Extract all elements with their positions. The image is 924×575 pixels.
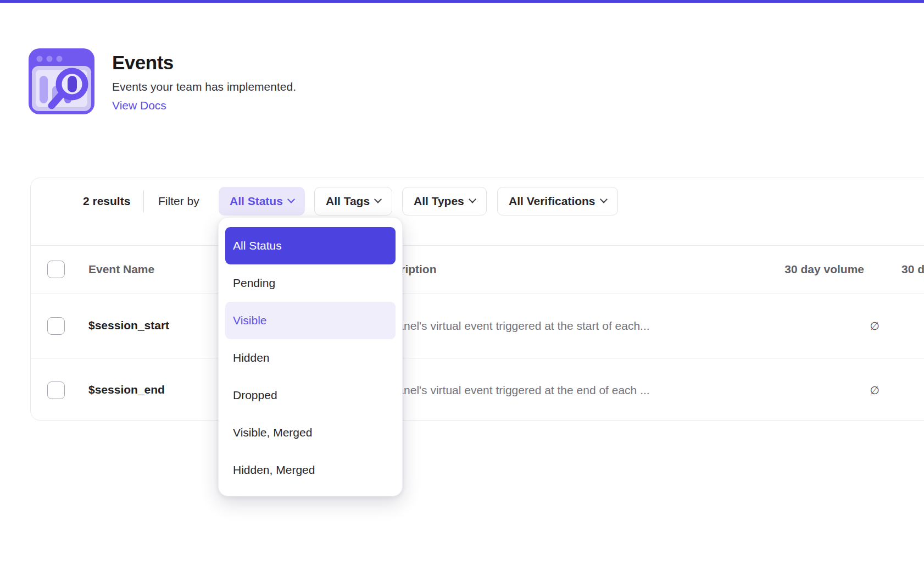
filter-all-tags[interactable]: All Tags bbox=[314, 187, 392, 215]
top-accent-bar bbox=[0, 0, 924, 3]
filter-by-label: Filter by bbox=[158, 192, 199, 210]
dropdown-option-dropped[interactable]: Dropped bbox=[225, 377, 396, 414]
page-title: Events bbox=[112, 52, 174, 74]
event-description-cell: Mixpanel's virtual event triggered at th… bbox=[373, 319, 650, 333]
row-divider bbox=[31, 358, 924, 358]
dropdown-option-hidden-merged[interactable]: Hidden, Merged bbox=[225, 451, 396, 489]
dropdown-option-visible[interactable]: Visible bbox=[225, 302, 396, 339]
filter-all-types[interactable]: All Types bbox=[402, 187, 487, 215]
filter-all-status[interactable]: All Status bbox=[219, 187, 305, 215]
view-docs-link[interactable]: View Docs bbox=[112, 99, 166, 112]
chevron-down-icon bbox=[469, 196, 476, 203]
dropdown-option-all-status[interactable]: All Status bbox=[225, 227, 396, 264]
row-divider bbox=[31, 245, 924, 246]
filter-label: All Status bbox=[230, 195, 283, 208]
chevron-down-icon bbox=[374, 196, 382, 203]
events-page: Events Events your team has implemented.… bbox=[0, 0, 924, 575]
filter-all-verifications[interactable]: All Verifications bbox=[497, 187, 618, 215]
select-all-checkbox[interactable] bbox=[47, 261, 65, 278]
dropdown-option-pending[interactable]: Pending bbox=[225, 264, 396, 302]
event-description-cell: Mixpanel's virtual event triggered at th… bbox=[373, 384, 650, 397]
volume-cell: ∅ bbox=[715, 319, 880, 333]
filter-label: All Verifications bbox=[509, 195, 595, 208]
row-checkbox[interactable] bbox=[47, 317, 65, 335]
row-checkbox[interactable] bbox=[47, 382, 65, 399]
volume-cell: ∅ bbox=[715, 384, 880, 397]
status-filter-dropdown: All Status Pending Visible Hidden Droppe… bbox=[218, 217, 403, 496]
events-table-card: 2 results Filter by All Status All Tags … bbox=[30, 178, 924, 421]
dropdown-option-hidden[interactable]: Hidden bbox=[225, 339, 396, 377]
column-header-30-day-volume[interactable]: 30 day volume bbox=[715, 263, 864, 276]
page-subtitle: Events your team has implemented. bbox=[112, 80, 296, 93]
chevron-down-icon bbox=[599, 196, 607, 203]
results-count: 2 results bbox=[83, 192, 130, 210]
chevron-down-icon bbox=[287, 196, 295, 203]
toolbar-divider bbox=[143, 190, 144, 212]
event-name-cell[interactable]: $session_start bbox=[88, 319, 169, 332]
events-report-icon bbox=[29, 48, 94, 114]
column-header-event-name[interactable]: Event Name bbox=[88, 263, 154, 276]
column-header-clipped[interactable]: 30 d bbox=[901, 263, 924, 276]
dropdown-option-visible-merged[interactable]: Visible, Merged bbox=[225, 414, 396, 451]
row-divider bbox=[31, 294, 924, 294]
filter-label: All Types bbox=[414, 195, 464, 208]
event-name-cell[interactable]: $session_end bbox=[88, 383, 165, 396]
filter-label: All Tags bbox=[326, 195, 370, 208]
